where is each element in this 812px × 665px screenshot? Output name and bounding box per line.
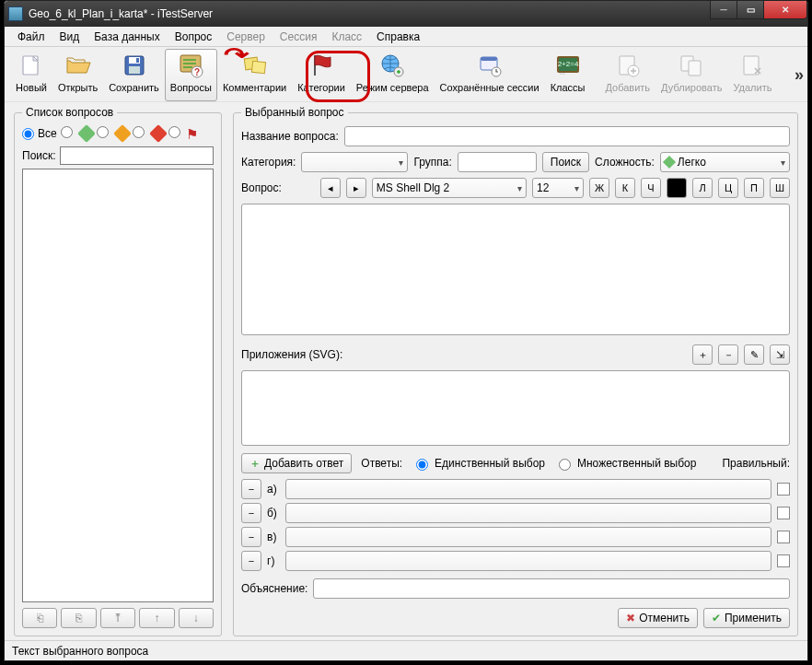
menu-help[interactable]: Справка bbox=[369, 29, 427, 45]
filter-hard-radio[interactable] bbox=[133, 126, 145, 138]
menu-question[interactable]: Вопрос bbox=[168, 29, 220, 45]
tool-add[interactable]: Добавить bbox=[599, 49, 655, 101]
tool-new[interactable]: Новый bbox=[10, 49, 52, 101]
apply-button[interactable]: ✔ Применить bbox=[703, 608, 790, 628]
category-combo[interactable] bbox=[301, 152, 408, 172]
menu-class[interactable]: Класс bbox=[324, 29, 369, 45]
redo-button[interactable]: ▸ bbox=[346, 178, 366, 198]
font-combo[interactable]: MS Shell Dlg 2 bbox=[372, 178, 527, 198]
answer-c-letter: в) bbox=[267, 531, 280, 543]
tool-duplicate[interactable]: Дублировать bbox=[655, 49, 727, 101]
tool-delete[interactable]: Удалить bbox=[727, 49, 777, 101]
remove-answer-c[interactable]: − bbox=[241, 527, 261, 547]
align-right-button[interactable]: П bbox=[744, 178, 764, 198]
bold-button[interactable]: Ж bbox=[589, 178, 609, 198]
menu-view[interactable]: Вид bbox=[52, 29, 87, 45]
tool-categories[interactable]: Категории bbox=[292, 49, 351, 101]
undo-button[interactable]: ◂ bbox=[320, 178, 341, 198]
menu-server[interactable]: Сервер bbox=[219, 29, 273, 45]
svg-rect-24 bbox=[689, 61, 701, 76]
svg-text:?: ? bbox=[194, 67, 200, 77]
tool-saved-sessions[interactable]: Сохранённые сессии bbox=[435, 49, 545, 101]
menu-database[interactable]: База данных bbox=[87, 29, 167, 45]
list-move-top[interactable]: ⤒ bbox=[100, 608, 135, 628]
list-btn-1[interactable]: ⎗ bbox=[22, 608, 57, 628]
color-button[interactable] bbox=[667, 178, 687, 198]
difficulty-label: Сложность: bbox=[595, 156, 655, 169]
group-label: Группа: bbox=[413, 156, 451, 169]
search-button[interactable]: Поиск bbox=[542, 152, 589, 172]
answer-a-input[interactable] bbox=[285, 479, 771, 499]
remove-answer-b[interactable]: − bbox=[241, 503, 261, 523]
answer-d-letter: г) bbox=[267, 554, 280, 567]
list-move-down[interactable]: ↓ bbox=[179, 608, 214, 628]
toolbar: ↷ Новый Открыть Сохранить ? Вопросы bbox=[5, 47, 807, 102]
group-input[interactable] bbox=[458, 152, 537, 172]
align-center-button[interactable]: Ц bbox=[718, 178, 738, 198]
attachments-box[interactable] bbox=[241, 370, 790, 446]
align-left-button[interactable]: Л bbox=[692, 178, 713, 198]
minimize-button[interactable]: ─ bbox=[710, 1, 737, 19]
filter-all-radio[interactable] bbox=[22, 128, 34, 140]
tool-questions[interactable]: ? Вопросы bbox=[165, 49, 217, 101]
cancel-button[interactable]: ✖ Отменить bbox=[618, 608, 698, 628]
fontsize-combo[interactable]: 12 bbox=[532, 178, 584, 198]
difficulty-combo[interactable]: Легко bbox=[660, 152, 790, 172]
tool-server-mode[interactable]: Режим сервера bbox=[351, 49, 435, 101]
tool-comments[interactable]: Комментарии bbox=[217, 49, 292, 101]
filter-all-label: Все bbox=[38, 127, 57, 140]
search-label: Поиск: bbox=[22, 149, 56, 162]
new-file-icon bbox=[17, 51, 46, 80]
attachment-add-button[interactable]: ＋ bbox=[692, 344, 713, 365]
answer-c-input[interactable] bbox=[285, 527, 771, 547]
answer-b-correct[interactable] bbox=[777, 507, 790, 519]
menu-bar: Файл Вид База данных Вопрос Сервер Сесси… bbox=[5, 27, 807, 47]
list-btn-2[interactable]: ⎘ bbox=[61, 608, 96, 628]
content-area: Список вопросов Все ⚑ Поиск: bbox=[5, 102, 807, 640]
explanation-label: Объяснение: bbox=[241, 582, 307, 595]
tool-open[interactable]: Открыть bbox=[52, 49, 103, 101]
question-name-input[interactable] bbox=[344, 126, 790, 146]
questions-list-panel: Список вопросов Все ⚑ Поиск: bbox=[14, 106, 222, 636]
filter-easy-radio[interactable] bbox=[61, 126, 73, 138]
tool-classes[interactable]: 2+2=4 Классы bbox=[545, 49, 591, 101]
svg-rect-4 bbox=[136, 58, 139, 63]
remove-answer-d[interactable]: − bbox=[241, 551, 261, 571]
filter-row: Все ⚑ bbox=[22, 126, 214, 141]
list-move-up[interactable]: ↑ bbox=[139, 608, 174, 628]
multiple-choice-radio[interactable] bbox=[559, 459, 571, 471]
filter-medium-radio[interactable] bbox=[97, 126, 109, 138]
search-input[interactable] bbox=[60, 146, 214, 165]
single-choice-radio[interactable] bbox=[416, 459, 428, 471]
answer-d-correct[interactable] bbox=[777, 554, 790, 567]
maximize-button[interactable]: ▭ bbox=[737, 1, 764, 19]
svg-rect-3 bbox=[129, 66, 140, 74]
cancel-icon: ✖ bbox=[626, 612, 635, 624]
questions-list-title: Список вопросов bbox=[22, 106, 117, 119]
toolbar-overflow[interactable]: » bbox=[795, 64, 804, 84]
attachment-remove-button[interactable]: － bbox=[718, 344, 738, 365]
answer-a-correct[interactable] bbox=[777, 483, 790, 496]
attachment-export-button[interactable]: ⇲ bbox=[770, 344, 790, 365]
align-justify-button[interactable]: Ш bbox=[770, 178, 790, 198]
add-answer-button[interactable]: ＋ Добавить ответ bbox=[241, 453, 352, 473]
menu-session[interactable]: Сессия bbox=[273, 29, 325, 45]
answer-b-input[interactable] bbox=[285, 503, 771, 523]
question-editor[interactable] bbox=[241, 204, 790, 335]
remove-answer-a[interactable]: − bbox=[241, 479, 261, 499]
italic-button[interactable]: К bbox=[615, 178, 635, 198]
answer-d-input[interactable] bbox=[285, 551, 771, 571]
attachment-edit-button[interactable]: ✎ bbox=[744, 344, 764, 365]
svg-rect-8 bbox=[183, 66, 192, 68]
menu-file[interactable]: Файл bbox=[10, 29, 52, 45]
explanation-input[interactable] bbox=[313, 578, 790, 599]
close-button[interactable]: ✕ bbox=[763, 1, 807, 19]
filter-medium-icon bbox=[113, 124, 132, 143]
tool-save[interactable]: Сохранить bbox=[103, 49, 165, 101]
underline-button[interactable]: Ч bbox=[641, 178, 661, 198]
questions-listbox[interactable] bbox=[22, 169, 214, 602]
answer-c-correct[interactable] bbox=[777, 531, 790, 543]
titlebar[interactable]: Geo_6_kl_Plan_i_karta* - iTestServer ─ ▭… bbox=[5, 1, 807, 27]
filter-flag-radio[interactable] bbox=[168, 126, 180, 138]
svg-rect-6 bbox=[183, 59, 196, 61]
